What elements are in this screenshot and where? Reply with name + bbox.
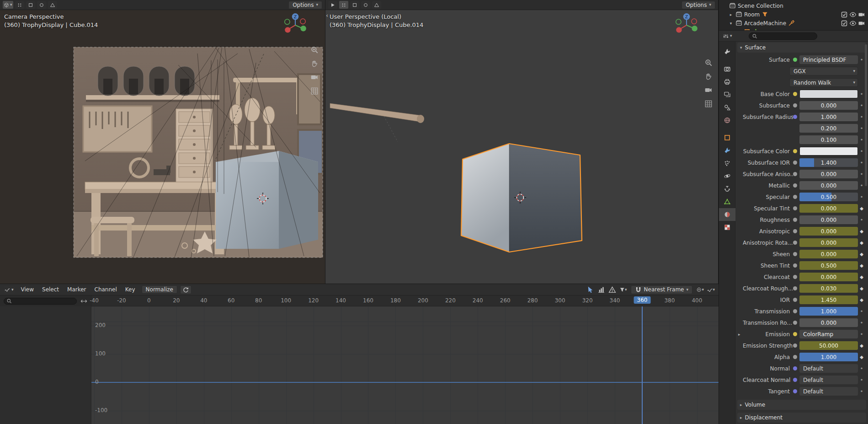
pointer-button[interactable] [586,286,594,294]
warning-button[interactable] [608,286,616,294]
tab-data[interactable] [719,195,735,208]
tab-scene[interactable] [719,101,735,114]
number-field[interactable]: 0.000 [799,238,858,247]
color-swatch[interactable] [799,147,858,156]
number-field[interactable]: 0.000 [799,273,858,281]
keyframe-diamond[interactable]: ◆ [858,206,865,211]
eye-toggle[interactable] [849,11,857,18]
keyframe-diamond[interactable]: ◆ [858,297,865,302]
number-field[interactable]: 0.000 [799,318,858,327]
keyframe-diamond[interactable]: ◆ [858,286,865,291]
viewport-mode-button[interactable] [48,1,57,9]
eye-toggle[interactable] [849,20,857,27]
channel-search-input[interactable] [4,298,77,305]
viewport-mode-button[interactable] [26,1,35,9]
scrollbar[interactable] [865,44,867,186]
disclosure-arrow[interactable]: ▾ [728,21,734,26]
keyframe-dot[interactable]: • [858,320,865,326]
properties-editor-type-button[interactable]: ▾ [722,32,733,40]
tab-view-layer[interactable] [719,88,735,101]
channel-list[interactable] [0,306,91,424]
menu-view[interactable]: View [17,285,37,294]
keyframe-dot[interactable]: • [858,171,865,177]
keyframe-dot[interactable]: • [858,365,865,372]
tab-world[interactable] [719,114,735,127]
ruler[interactable]: -40-200204060801001201401601802002202402… [91,295,719,306]
keyframe-diamond[interactable]: ◆ [858,252,865,257]
play-icon[interactable] [328,1,337,9]
menu-key[interactable]: Key [122,285,139,294]
tab-tool[interactable] [719,45,735,58]
outliner-row[interactable] [719,27,868,31]
number-field[interactable]: 0.100 [799,135,858,144]
tab-object[interactable] [719,131,735,144]
number-field[interactable]: 0.000 [799,250,858,258]
snap-dropdown[interactable]: Nearest Frame▾ [631,285,692,294]
number-field[interactable]: 50.000 [799,341,858,350]
menu-marker[interactable]: Marker [64,285,90,294]
properties-search-input[interactable] [749,32,817,40]
outliner-row[interactable]: ▾ArcadeMachine [719,19,868,27]
tab-material[interactable] [719,208,735,221]
checkbox-toggle[interactable] [841,11,848,18]
tab-modifiers[interactable] [719,144,735,157]
keyframe-dot[interactable]: • [858,114,865,120]
viewport-mode-button[interactable] [37,1,46,9]
menu-channel[interactable]: Channel [91,285,121,294]
navigation-gizmo[interactable]: Z [282,12,309,38]
dropdown-field[interactable]: GGX▾ [789,67,858,75]
number-slider[interactable]: 1.000 [799,353,858,361]
keyframe-dot[interactable]: • [858,137,865,143]
zoom-icon[interactable] [310,46,319,54]
keyframe-dot[interactable]: • [858,91,865,97]
tab-render[interactable] [719,63,735,75]
tab-particles[interactable] [719,157,735,170]
node-link-field[interactable]: Principled BSDF [799,55,858,64]
outliner-row[interactable]: ▸Room [719,10,868,19]
panel-surface[interactable]: ▾Surface [737,43,866,53]
number-field[interactable]: 0.000 [799,215,858,224]
number-field[interactable]: 0.000 [799,227,858,236]
hand-icon[interactable] [310,59,319,68]
viewport-mode-button[interactable] [339,1,348,9]
vector-field[interactable]: Default [799,387,858,396]
keyframe-dot[interactable]: • [858,125,865,132]
viewport-mode-button[interactable] [350,1,359,9]
menu-select[interactable]: Select [38,285,63,294]
viewport-mode-button[interactable] [15,1,24,9]
camera-icon[interactable] [704,86,713,94]
normalize-refresh-button[interactable] [180,285,192,294]
navigation-gizmo[interactable]: Z [673,12,700,38]
grid-icon[interactable] [704,100,713,108]
keyframe-dot[interactable]: • [858,194,865,200]
editor-type-button[interactable]: ▾ [3,1,13,9]
tab-physics[interactable] [719,170,735,182]
keyframe-dot[interactable]: • [858,331,865,338]
number-field[interactable]: 1.450 [799,295,858,304]
viewport-mode-button[interactable] [372,1,381,9]
keyframe-diamond[interactable]: ◆ [858,229,865,234]
viewport-camera[interactable]: ▾ Options▾ Camera Perspective (360) Trop… [0,0,325,284]
keyframe-diamond[interactable]: ◆ [858,343,865,348]
funnel-button[interactable]: ▾ [619,286,627,294]
keyframe-dot[interactable]: • [858,388,865,395]
panel-displacement[interactable]: ▸Displacement [737,413,866,423]
camera-toggle[interactable] [858,20,865,27]
camera-toggle[interactable] [858,11,865,18]
outliner[interactable]: Scene Collection▸Room▾ArcadeMachine [719,0,868,31]
checkbox-toggle[interactable] [841,20,848,27]
number-slider[interactable]: 1.400 [799,158,858,167]
tab-output[interactable] [719,75,735,88]
number-field[interactable]: 0.200 [799,124,858,133]
expand-arrow[interactable]: ▸ [738,332,743,337]
keyframe-dot[interactable]: • [858,217,865,223]
wave-button[interactable]: ▾ [707,286,715,294]
number-field[interactable]: 0.030 [799,284,858,293]
number-field[interactable]: 0.000 [799,181,858,190]
number-field[interactable]: 0.000 [799,204,858,213]
hand-icon[interactable] [704,72,713,81]
viewport-options-button[interactable]: Options▾ [288,1,322,9]
disclosure-arrow[interactable]: ▸ [728,12,734,17]
keyframe-dot[interactable]: • [858,160,865,166]
trophy-display-cube[interactable] [216,151,318,249]
